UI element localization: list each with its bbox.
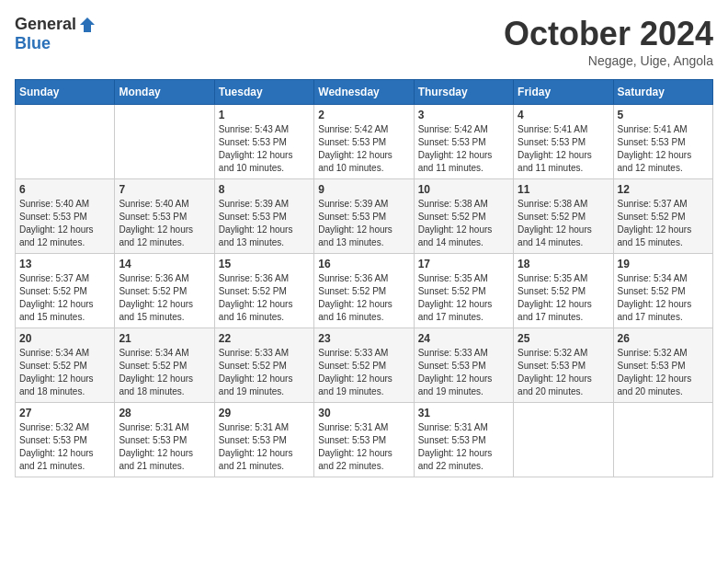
calendar-cell: 28Sunrise: 5:31 AM Sunset: 5:53 PM Dayli… bbox=[115, 403, 214, 477]
day-info: Sunrise: 5:41 AM Sunset: 5:53 PM Dayligh… bbox=[518, 123, 609, 175]
calendar-cell: 19Sunrise: 5:34 AM Sunset: 5:52 PM Dayli… bbox=[613, 254, 712, 328]
day-info: Sunrise: 5:43 AM Sunset: 5:53 PM Dayligh… bbox=[219, 123, 310, 175]
calendar-week-row: 6Sunrise: 5:40 AM Sunset: 5:53 PM Daylig… bbox=[16, 179, 713, 254]
day-info: Sunrise: 5:42 AM Sunset: 5:53 PM Dayligh… bbox=[418, 123, 509, 175]
day-number: 10 bbox=[418, 183, 509, 196]
calendar-cell: 2Sunrise: 5:42 AM Sunset: 5:53 PM Daylig… bbox=[314, 105, 414, 179]
logo: General Blue bbox=[15, 15, 97, 53]
calendar-header-row: SundayMondayTuesdayWednesdayThursdayFrid… bbox=[16, 80, 713, 105]
day-number: 16 bbox=[318, 258, 409, 270]
logo-icon bbox=[78, 16, 97, 34]
calendar-week-row: 20Sunrise: 5:34 AM Sunset: 5:52 PM Dayli… bbox=[16, 328, 713, 403]
calendar-cell bbox=[115, 105, 214, 179]
day-info: Sunrise: 5:32 AM Sunset: 5:53 PM Dayligh… bbox=[618, 347, 709, 398]
calendar-cell: 13Sunrise: 5:37 AM Sunset: 5:52 PM Dayli… bbox=[16, 254, 115, 328]
calendar-cell bbox=[613, 403, 712, 477]
calendar-cell: 25Sunrise: 5:32 AM Sunset: 5:53 PM Dayli… bbox=[514, 328, 613, 403]
day-number: 18 bbox=[518, 258, 609, 270]
day-number: 1 bbox=[219, 109, 310, 121]
day-info: Sunrise: 5:33 AM Sunset: 5:53 PM Dayligh… bbox=[418, 347, 509, 398]
calendar-cell: 3Sunrise: 5:42 AM Sunset: 5:53 PM Daylig… bbox=[414, 105, 513, 179]
day-number: 20 bbox=[19, 332, 110, 345]
weekday-header: Tuesday bbox=[214, 80, 313, 105]
calendar-cell: 31Sunrise: 5:31 AM Sunset: 5:53 PM Dayli… bbox=[414, 403, 513, 477]
day-number: 13 bbox=[19, 258, 110, 270]
calendar-cell: 15Sunrise: 5:36 AM Sunset: 5:52 PM Dayli… bbox=[214, 254, 313, 328]
calendar-cell bbox=[16, 105, 115, 179]
day-number: 17 bbox=[418, 258, 509, 270]
day-number: 11 bbox=[518, 183, 609, 196]
day-info: Sunrise: 5:38 AM Sunset: 5:52 PM Dayligh… bbox=[518, 198, 609, 249]
calendar-cell: 24Sunrise: 5:33 AM Sunset: 5:53 PM Dayli… bbox=[414, 328, 513, 403]
calendar-cell: 5Sunrise: 5:41 AM Sunset: 5:53 PM Daylig… bbox=[613, 105, 712, 179]
day-info: Sunrise: 5:36 AM Sunset: 5:52 PM Dayligh… bbox=[318, 272, 409, 324]
day-number: 2 bbox=[318, 109, 409, 121]
calendar-cell: 17Sunrise: 5:35 AM Sunset: 5:52 PM Dayli… bbox=[414, 254, 513, 328]
day-number: 29 bbox=[219, 407, 310, 419]
day-number: 4 bbox=[518, 109, 609, 121]
day-info: Sunrise: 5:33 AM Sunset: 5:52 PM Dayligh… bbox=[318, 347, 409, 398]
day-info: Sunrise: 5:36 AM Sunset: 5:52 PM Dayligh… bbox=[119, 272, 210, 324]
calendar-cell bbox=[514, 403, 613, 477]
calendar-cell: 21Sunrise: 5:34 AM Sunset: 5:52 PM Dayli… bbox=[115, 328, 214, 403]
day-info: Sunrise: 5:37 AM Sunset: 5:52 PM Dayligh… bbox=[19, 272, 110, 324]
day-number: 12 bbox=[618, 183, 709, 196]
day-info: Sunrise: 5:42 AM Sunset: 5:53 PM Dayligh… bbox=[318, 123, 409, 175]
calendar-cell: 6Sunrise: 5:40 AM Sunset: 5:53 PM Daylig… bbox=[16, 179, 115, 254]
day-number: 24 bbox=[418, 332, 509, 345]
day-number: 21 bbox=[119, 332, 210, 345]
day-info: Sunrise: 5:34 AM Sunset: 5:52 PM Dayligh… bbox=[19, 347, 110, 398]
weekday-header: Friday bbox=[514, 80, 613, 105]
day-info: Sunrise: 5:34 AM Sunset: 5:52 PM Dayligh… bbox=[618, 272, 709, 324]
day-number: 15 bbox=[219, 258, 310, 270]
svg-marker-0 bbox=[80, 17, 95, 32]
weekday-header: Thursday bbox=[414, 80, 513, 105]
day-info: Sunrise: 5:38 AM Sunset: 5:52 PM Dayligh… bbox=[418, 198, 509, 249]
calendar: SundayMondayTuesdayWednesdayThursdayFrid… bbox=[15, 79, 713, 477]
day-info: Sunrise: 5:35 AM Sunset: 5:52 PM Dayligh… bbox=[518, 272, 609, 324]
day-number: 25 bbox=[518, 332, 609, 345]
day-number: 23 bbox=[318, 332, 409, 345]
day-info: Sunrise: 5:37 AM Sunset: 5:52 PM Dayligh… bbox=[618, 198, 709, 249]
day-number: 27 bbox=[19, 407, 110, 419]
day-number: 8 bbox=[219, 183, 310, 196]
day-number: 28 bbox=[119, 407, 210, 419]
calendar-cell: 14Sunrise: 5:36 AM Sunset: 5:52 PM Dayli… bbox=[115, 254, 214, 328]
day-number: 31 bbox=[418, 407, 509, 419]
calendar-cell: 27Sunrise: 5:32 AM Sunset: 5:53 PM Dayli… bbox=[16, 403, 115, 477]
day-info: Sunrise: 5:31 AM Sunset: 5:53 PM Dayligh… bbox=[219, 421, 310, 473]
day-info: Sunrise: 5:31 AM Sunset: 5:53 PM Dayligh… bbox=[318, 421, 409, 473]
page-header: General Blue October 2024 Negage, Uige, … bbox=[15, 15, 713, 68]
day-number: 22 bbox=[219, 332, 310, 345]
day-info: Sunrise: 5:40 AM Sunset: 5:53 PM Dayligh… bbox=[19, 198, 110, 249]
day-number: 5 bbox=[618, 109, 709, 121]
day-info: Sunrise: 5:31 AM Sunset: 5:53 PM Dayligh… bbox=[119, 421, 210, 473]
day-number: 19 bbox=[618, 258, 709, 270]
calendar-cell: 26Sunrise: 5:32 AM Sunset: 5:53 PM Dayli… bbox=[613, 328, 712, 403]
day-info: Sunrise: 5:36 AM Sunset: 5:52 PM Dayligh… bbox=[219, 272, 310, 324]
calendar-cell: 4Sunrise: 5:41 AM Sunset: 5:53 PM Daylig… bbox=[514, 105, 613, 179]
day-number: 7 bbox=[119, 183, 210, 196]
logo-blue: Blue bbox=[15, 34, 51, 53]
calendar-cell: 11Sunrise: 5:38 AM Sunset: 5:52 PM Dayli… bbox=[514, 179, 613, 254]
day-number: 26 bbox=[618, 332, 709, 345]
calendar-cell: 8Sunrise: 5:39 AM Sunset: 5:53 PM Daylig… bbox=[214, 179, 313, 254]
day-number: 9 bbox=[318, 183, 409, 196]
location: Negage, Uige, Angola bbox=[504, 53, 713, 68]
day-number: 30 bbox=[318, 407, 409, 419]
day-info: Sunrise: 5:41 AM Sunset: 5:53 PM Dayligh… bbox=[618, 123, 709, 175]
day-info: Sunrise: 5:39 AM Sunset: 5:53 PM Dayligh… bbox=[219, 198, 310, 249]
calendar-week-row: 1Sunrise: 5:43 AM Sunset: 5:53 PM Daylig… bbox=[16, 105, 713, 179]
day-info: Sunrise: 5:32 AM Sunset: 5:53 PM Dayligh… bbox=[518, 347, 609, 398]
day-number: 6 bbox=[19, 183, 110, 196]
title-section: October 2024 Negage, Uige, Angola bbox=[504, 15, 713, 68]
calendar-cell: 7Sunrise: 5:40 AM Sunset: 5:53 PM Daylig… bbox=[115, 179, 214, 254]
day-info: Sunrise: 5:32 AM Sunset: 5:53 PM Dayligh… bbox=[19, 421, 110, 473]
calendar-cell: 12Sunrise: 5:37 AM Sunset: 5:52 PM Dayli… bbox=[613, 179, 712, 254]
calendar-week-row: 13Sunrise: 5:37 AM Sunset: 5:52 PM Dayli… bbox=[16, 254, 713, 328]
calendar-cell: 1Sunrise: 5:43 AM Sunset: 5:53 PM Daylig… bbox=[214, 105, 313, 179]
day-info: Sunrise: 5:31 AM Sunset: 5:53 PM Dayligh… bbox=[418, 421, 509, 473]
weekday-header: Monday bbox=[115, 80, 214, 105]
weekday-header: Saturday bbox=[613, 80, 712, 105]
calendar-cell: 16Sunrise: 5:36 AM Sunset: 5:52 PM Dayli… bbox=[314, 254, 414, 328]
